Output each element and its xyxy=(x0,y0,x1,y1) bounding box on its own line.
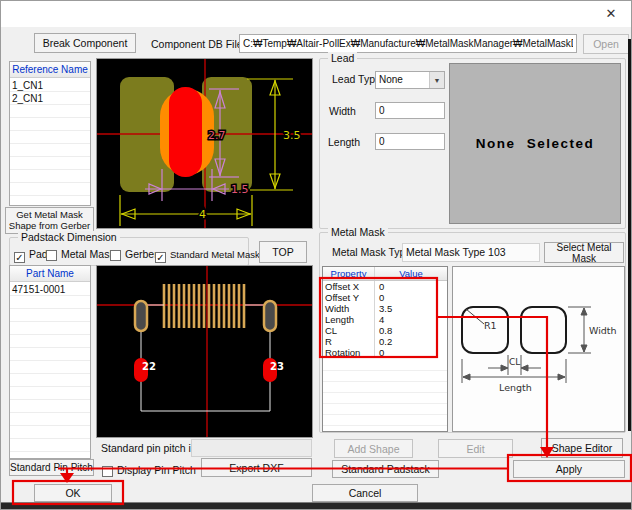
width-label: Width xyxy=(589,325,617,336)
checkbox-pad-box[interactable]: ✓ xyxy=(14,252,25,263)
display-pin-pitch-label: Display Pin Pitch xyxy=(117,464,196,476)
property-value: 0 xyxy=(375,281,447,292)
pin-left-shape xyxy=(135,301,147,331)
connector-body-hatch xyxy=(164,284,244,328)
table-row[interactable]: Offset X0 xyxy=(323,281,447,292)
metal-mask-group-title: Metal Mask xyxy=(328,226,388,238)
mask-diagram-drawing: R1 Width CL Length xyxy=(453,267,624,431)
list-item[interactable]: 1_CN1 xyxy=(10,79,90,92)
column-header-property[interactable]: Property xyxy=(323,267,375,280)
part-name-header[interactable]: Part Name xyxy=(10,266,90,282)
chevron-down-icon[interactable]: ▼ xyxy=(429,72,444,88)
reference-name-list[interactable]: Reference Name 1_CN1 2_CN1 xyxy=(9,61,91,206)
break-component-button[interactable]: Break Component xyxy=(34,33,136,53)
padstack-dimension-group: Padstack Dimension ✓Pad Metal Mask Gerbe… xyxy=(9,237,249,266)
lead-width-input[interactable] xyxy=(375,102,445,119)
checkbox-gerber[interactable]: Gerber xyxy=(110,245,158,263)
lead-preview-panel: None Selected xyxy=(449,63,621,224)
checkbox-pad-label: Pad xyxy=(29,248,48,260)
property-name: CL xyxy=(323,325,375,336)
property-value: 0 xyxy=(375,292,447,303)
metal-mask-type-label: Metal Mask Type xyxy=(332,246,411,258)
edit-button[interactable]: Edit xyxy=(438,439,513,458)
export-dxf-button[interactable]: Export DXF xyxy=(201,458,312,477)
list-item[interactable]: 47151-0001 xyxy=(10,283,90,296)
lead-width-label: Width xyxy=(329,105,356,117)
lead-type-label: Lead Type xyxy=(332,73,381,85)
apply-button[interactable]: Apply xyxy=(513,460,625,478)
mask-shape-red xyxy=(169,87,202,177)
checkbox-pad[interactable]: ✓Pad xyxy=(14,245,48,263)
shape-editor-button[interactable]: Shape Editor xyxy=(541,438,623,458)
add-shape-button[interactable]: Add Shape xyxy=(334,439,413,458)
table-row[interactable]: R0.2 xyxy=(323,336,447,347)
pin-23-label: 23 xyxy=(270,361,284,372)
lead-length-label: Length xyxy=(328,136,360,148)
property-name: Rotation xyxy=(323,347,375,358)
component-db-file-label: Component DB File xyxy=(151,38,243,50)
component-outline xyxy=(141,305,270,411)
property-value: 3.5 xyxy=(375,303,447,314)
dim-3-5-label: 3.5 xyxy=(283,129,301,142)
part-name-list[interactable]: Part Name 47151-0001 xyxy=(9,265,91,459)
get-metal-mask-shape-button[interactable]: Get Metal Mask Shape from Gerber xyxy=(5,207,94,234)
mask-property-table-header[interactable]: Property Value xyxy=(323,267,447,281)
checkbox-standard-metal-mask-box[interactable]: ✓ xyxy=(155,252,166,263)
r1-leader-line xyxy=(466,309,484,324)
column-header-value[interactable]: Value xyxy=(375,267,447,280)
pin-right-shape xyxy=(264,301,276,331)
pad-preview-canvas[interactable]: 2.7 1.5 3.5 xyxy=(96,58,313,229)
ok-button[interactable]: OK xyxy=(34,484,112,502)
dim-1-5-label: 1.5 xyxy=(231,183,249,196)
length-label: Length xyxy=(499,382,532,393)
mask-dimension-diagram: R1 Width CL Length xyxy=(452,266,625,432)
display-pin-pitch-checkbox[interactable]: Display Pin Pitch xyxy=(102,461,196,479)
standard-padstack-button[interactable]: Standard Padstack xyxy=(332,460,439,478)
property-value: 0 xyxy=(375,347,447,358)
lead-type-select[interactable]: None ▼ xyxy=(375,71,445,89)
lead-group-title: Lead xyxy=(328,52,357,64)
property-name: Width xyxy=(323,303,375,314)
property-value: 0.8 xyxy=(375,325,447,336)
table-row[interactable]: CL0.8 xyxy=(323,325,447,336)
pin-preview-canvas[interactable]: 22 23 xyxy=(96,265,313,438)
pin-preview-drawing: 22 23 xyxy=(97,266,312,437)
checkbox-metal-mask[interactable]: Metal Mask xyxy=(46,245,115,263)
table-row[interactable]: Rotation0 xyxy=(323,347,447,358)
table-row[interactable]: Offset Y0 xyxy=(323,292,447,303)
table-row[interactable]: Width3.5 xyxy=(323,303,447,314)
checkbox-gerber-label: Gerber xyxy=(125,248,158,260)
property-name: Length xyxy=(323,314,375,325)
pin-pitch-info-field[interactable] xyxy=(191,439,312,457)
bottom-edge-strip xyxy=(1,502,631,509)
top-view-button[interactable]: TOP xyxy=(259,241,307,263)
property-name: Offset Y xyxy=(323,292,375,303)
select-metal-mask-button[interactable]: Select Metal Mask xyxy=(544,242,624,263)
list-item[interactable]: 2_CN1 xyxy=(10,92,90,105)
close-icon[interactable]: ✕ xyxy=(599,4,623,24)
dim-2-7-label: 2.7 xyxy=(208,129,226,142)
component-db-path-input[interactable] xyxy=(239,34,577,53)
lead-group: Lead Lead Type None ▼ Width Length None … xyxy=(319,58,626,229)
open-button[interactable]: Open xyxy=(583,34,629,54)
property-name: R xyxy=(323,336,375,347)
r1-label: R1 xyxy=(484,320,497,331)
pin-22-label: 22 xyxy=(142,361,156,372)
metal-mask-group: Metal Mask Metal Mask Type Metal Mask Ty… xyxy=(319,232,626,433)
cl-label: CL xyxy=(509,357,520,367)
dim-4-label: 4 xyxy=(199,208,206,221)
diagram-right-square xyxy=(521,307,566,353)
lead-length-input[interactable] xyxy=(375,133,445,150)
property-name: Offset X xyxy=(323,281,375,292)
cancel-button[interactable]: Cancel xyxy=(312,484,418,502)
standard-pin-pitch-button[interactable]: Standard Pin Pitch xyxy=(9,459,94,476)
metal-mask-dialog: ✕ Break Component Component DB File Open… xyxy=(0,0,632,510)
reference-name-header[interactable]: Reference Name xyxy=(10,62,90,78)
property-value: 4 xyxy=(375,314,447,325)
table-row[interactable]: Length4 xyxy=(323,314,447,325)
checkbox-gerber-box[interactable] xyxy=(110,250,121,261)
mask-property-table[interactable]: Property Value Offset X0 Offset Y0 Width… xyxy=(322,266,448,432)
checkbox-standard-metal-mask[interactable]: ✓Standard Metal Mask xyxy=(155,245,260,263)
display-pin-pitch-box[interactable] xyxy=(102,466,113,477)
checkbox-metal-mask-box[interactable] xyxy=(46,250,57,261)
